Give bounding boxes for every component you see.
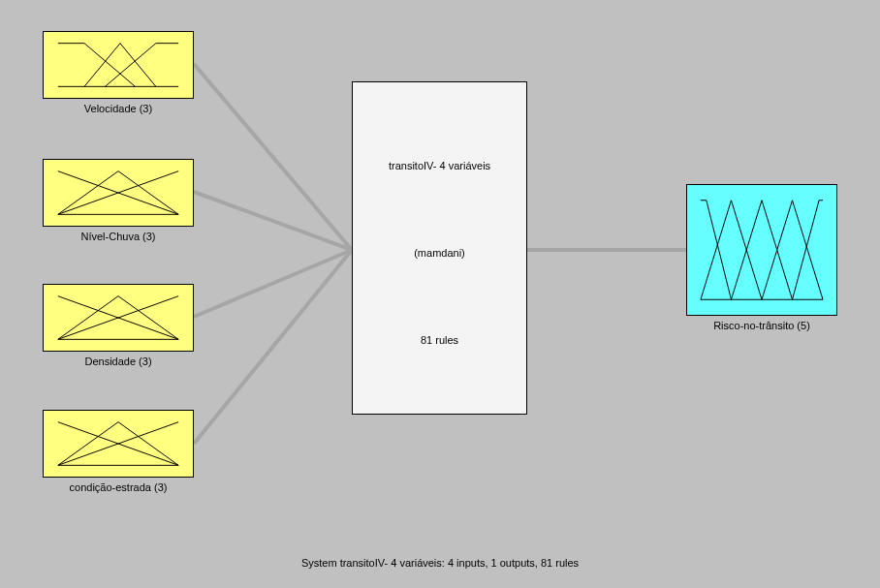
svg-line-1 xyxy=(194,192,352,250)
svg-line-0 xyxy=(194,64,352,250)
input-nivel-chuva[interactable]: Nível-Chuva (3) xyxy=(43,159,194,227)
output-box xyxy=(686,184,837,316)
input-label: Velocidade (3) xyxy=(43,103,194,114)
input-label: Nível-Chuva (3) xyxy=(43,231,194,242)
input-box xyxy=(43,31,194,99)
svg-line-2 xyxy=(194,250,352,317)
input-label: Densidade (3) xyxy=(43,356,194,367)
input-box xyxy=(43,410,194,478)
input-label: condição-estrada (3) xyxy=(43,481,194,493)
mf-plot-icon xyxy=(44,160,193,226)
svg-line-3 xyxy=(194,250,352,444)
system-name-label: transitoIV- 4 variáveis xyxy=(353,160,526,171)
input-densidade[interactable]: Densidade (3) xyxy=(43,284,194,352)
output-label: Risco-no-trânsito (5) xyxy=(686,320,837,331)
system-rules-label: 81 rules xyxy=(353,334,526,346)
inference-system-box[interactable]: transitoIV- 4 variáveis (mamdani) 81 rul… xyxy=(352,81,527,415)
mf-plot-icon xyxy=(687,185,836,315)
input-velocidade[interactable]: Velocidade (3) xyxy=(43,31,194,99)
input-box xyxy=(43,284,194,352)
mf-plot-icon xyxy=(44,32,193,98)
system-type-label: (mamdani) xyxy=(353,247,526,259)
mf-plot-icon xyxy=(44,285,193,351)
mf-plot-icon xyxy=(44,411,193,477)
input-box xyxy=(43,159,194,227)
input-condicao-estrada[interactable]: condição-estrada (3) xyxy=(43,410,194,478)
system-summary-footer: System transitoIV- 4 variáveis: 4 inputs… xyxy=(0,557,880,569)
output-risco-no-transito[interactable]: Risco-no-trânsito (5) xyxy=(686,184,837,316)
